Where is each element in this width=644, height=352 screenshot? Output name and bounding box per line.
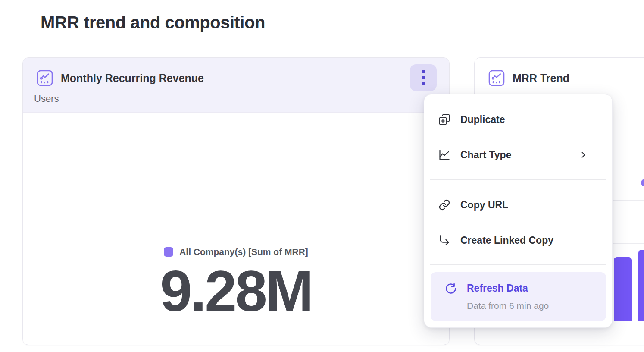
mrr-trend-card-title: MRR Trend xyxy=(513,72,569,85)
corner-down-right-icon xyxy=(438,234,450,246)
kebab-icon xyxy=(422,70,425,73)
mrr-card-header: Monthly Recurring Revenue Users xyxy=(23,58,449,113)
menu-item-duplicate[interactable]: Duplicate xyxy=(431,110,605,129)
page-title: MRR trend and composition xyxy=(41,13,265,32)
monthly-recurring-revenue-card: Monthly Recurring Revenue Users All Comp… xyxy=(22,57,450,345)
menu-item-refresh-data[interactable]: Refresh Data Data from 6 min ago xyxy=(431,272,606,321)
menu-item-chart-type[interactable]: Chart Type xyxy=(431,145,605,164)
menu-divider xyxy=(430,264,606,265)
legend-label: All Company(s) [Sum of MRR] xyxy=(179,247,308,257)
chart-icon xyxy=(488,70,505,86)
mrr-card-subtitle: Users xyxy=(34,93,436,104)
card-options-button[interactable] xyxy=(410,64,437,91)
card-context-menu: Duplicate Chart Type Copy URL xyxy=(424,94,613,328)
refresh-data-sublabel: Data from 6 min ago xyxy=(467,301,549,311)
trend-bar xyxy=(638,250,644,321)
kpi-value: 9.28M xyxy=(23,261,449,322)
refresh-data-label: Refresh Data xyxy=(467,283,528,294)
legend-swatch xyxy=(164,247,173,257)
kpi-block: All Company(s) [Sum of MRR] 9.28M xyxy=(23,247,449,322)
trend-legend-swatch xyxy=(641,179,644,186)
chevron-right-icon xyxy=(579,151,588,159)
duplicate-icon xyxy=(438,113,450,126)
menu-item-copy-url[interactable]: Copy URL xyxy=(431,195,605,214)
trend-bar xyxy=(614,257,632,321)
mrr-card-title: Monthly Recurring Revenue xyxy=(61,72,204,85)
legend-row: All Company(s) [Sum of MRR] xyxy=(164,247,308,257)
chart-icon xyxy=(37,70,53,86)
gridline xyxy=(475,334,644,334)
chart-type-icon xyxy=(438,149,450,161)
menu-item-create-linked-copy[interactable]: Create Linked Copy xyxy=(431,231,605,250)
menu-divider xyxy=(430,179,606,180)
link-icon xyxy=(438,199,450,211)
refresh-icon xyxy=(445,283,457,295)
